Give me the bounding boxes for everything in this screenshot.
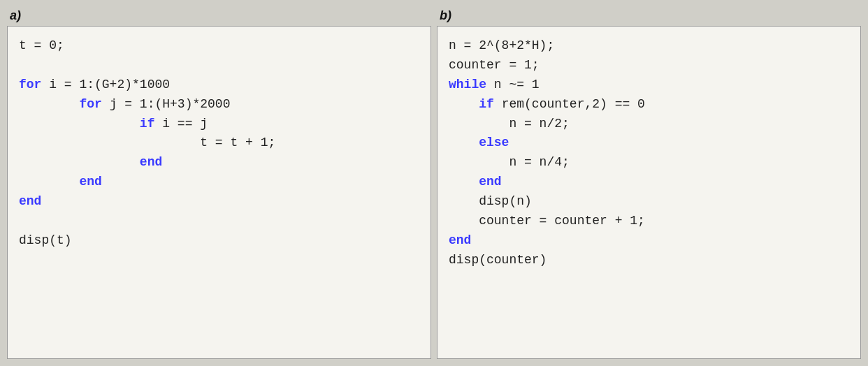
code-line-0-0: t = 0; <box>19 36 419 56</box>
code-line-0-5: t = t + 1; <box>19 133 419 153</box>
code-line-1-0: n = 2^(8+2*H); <box>449 36 849 56</box>
code-line-1-8: disp(n) <box>449 192 849 212</box>
panel-label-0: a) <box>7 7 431 26</box>
code-line-1-4: n = n/2; <box>449 115 849 134</box>
code-line-1-1: counter = 1; <box>449 56 849 75</box>
code-line-1-2: while n ~= 1 <box>449 75 849 95</box>
code-line-1-6: n = n/4; <box>449 153 849 173</box>
code-line-1-7: end <box>449 173 849 192</box>
code-line-0-9 <box>19 212 419 231</box>
code-line-0-10: disp(t) <box>19 231 419 251</box>
code-box-1: n = 2^(8+2*H);counter = 1;while n ~= 1 i… <box>437 26 861 359</box>
panel-0: a)t = 0; for i = 1:(G+2)*1000 for j = 1:… <box>7 7 431 359</box>
code-line-1-10: end <box>449 231 849 251</box>
code-line-1-9: counter = counter + 1; <box>449 212 849 231</box>
code-line-0-8: end <box>19 192 419 212</box>
code-line-0-6: end <box>19 153 419 173</box>
code-line-0-7: end <box>19 173 419 192</box>
code-line-1-11: disp(counter) <box>449 251 849 270</box>
code-line-0-3: for j = 1:(H+3)*2000 <box>19 95 419 115</box>
panel-1: b)n = 2^(8+2*H);counter = 1;while n ~= 1… <box>437 7 861 359</box>
panel-label-1: b) <box>437 7 861 26</box>
code-line-1-5: else <box>449 133 849 153</box>
code-box-0: t = 0; for i = 1:(G+2)*1000 for j = 1:(H… <box>7 26 431 359</box>
code-line-0-4: if i == j <box>19 115 419 134</box>
code-line-1-3: if rem(counter,2) == 0 <box>449 95 849 115</box>
code-line-0-2: for i = 1:(G+2)*1000 <box>19 75 419 95</box>
code-line-0-1 <box>19 56 419 75</box>
main-container: a)t = 0; for i = 1:(G+2)*1000 for j = 1:… <box>0 0 868 366</box>
